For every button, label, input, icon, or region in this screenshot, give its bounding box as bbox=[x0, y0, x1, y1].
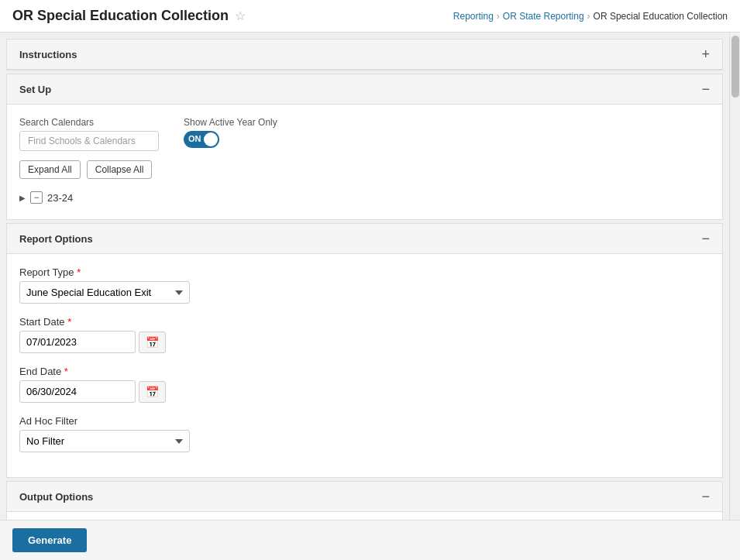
breadcrumb-current: OR Special Education Collection bbox=[594, 11, 728, 22]
setup-toggle[interactable]: − bbox=[701, 82, 710, 96]
tree-item-2324[interactable]: ▶ − 23-24 bbox=[19, 188, 710, 207]
search-calendars-group: Search Calendars bbox=[19, 117, 159, 151]
page-title: OR Special Education Collection bbox=[12, 8, 229, 24]
adhoc-filter-select[interactable]: No Filter bbox=[19, 430, 190, 452]
setup-title: Set Up bbox=[19, 84, 51, 95]
breadcrumb: Reporting › OR State Reporting › OR Spec… bbox=[453, 11, 728, 22]
active-year-toggle[interactable]: ON bbox=[184, 131, 219, 148]
report-type-select[interactable]: June Special Education Exit bbox=[19, 281, 190, 304]
end-date-field: End Date * 📅 bbox=[19, 366, 710, 403]
expand-all-button[interactable]: Expand All bbox=[19, 160, 81, 179]
expand-collapse-row: Expand All Collapse All bbox=[19, 160, 710, 179]
scrollbar-thumb[interactable] bbox=[731, 36, 739, 98]
output-options-body: Report Processing Generate Now Format Ty… bbox=[7, 512, 722, 520]
instructions-title: Instructions bbox=[19, 49, 77, 60]
start-date-input[interactable] bbox=[19, 331, 136, 353]
active-year-label: Show Active Year Only bbox=[184, 117, 277, 128]
instructions-section: Instructions + bbox=[6, 39, 723, 70]
tree-arrow-icon: ▶ bbox=[19, 194, 26, 202]
active-year-toggle-group: Show Active Year Only ON bbox=[184, 117, 277, 148]
generate-button[interactable]: Generate bbox=[12, 528, 87, 552]
end-date-wrapper: 📅 bbox=[19, 380, 710, 403]
instructions-toggle[interactable]: + bbox=[701, 47, 710, 61]
end-date-required: * bbox=[61, 366, 68, 377]
instructions-header[interactable]: Instructions + bbox=[7, 40, 722, 70]
report-type-required: * bbox=[74, 266, 81, 278]
output-options-toggle[interactable]: − bbox=[701, 490, 710, 503]
tree-folder-icon: − bbox=[30, 191, 43, 204]
breadcrumb-reporting[interactable]: Reporting bbox=[453, 11, 494, 22]
tree-item-label: 23-24 bbox=[47, 192, 73, 204]
report-type-field: Report Type * June Special Education Exi… bbox=[19, 266, 710, 304]
setup-header[interactable]: Set Up − bbox=[7, 74, 722, 105]
report-type-label: Report Type * bbox=[19, 266, 710, 278]
start-date-calendar-button[interactable]: 📅 bbox=[139, 332, 166, 353]
output-options-section: Output Options − Report Processing Gener… bbox=[6, 481, 723, 520]
search-calendars-label: Search Calendars bbox=[19, 117, 159, 128]
breadcrumb-or-state-reporting[interactable]: OR State Reporting bbox=[503, 11, 584, 22]
report-options-toggle[interactable]: − bbox=[701, 232, 710, 246]
favorite-icon[interactable]: ☆ bbox=[235, 9, 246, 23]
scrollbar-track[interactable] bbox=[729, 33, 740, 520]
start-date-required: * bbox=[65, 316, 72, 328]
start-date-field: Start Date * 📅 bbox=[19, 316, 710, 353]
setup-section: Set Up − Search Calendars Show Active Ye… bbox=[6, 74, 723, 220]
report-options-section: Report Options − Report Type * June Spec… bbox=[6, 223, 723, 478]
footer: Generate bbox=[0, 520, 740, 560]
report-options-title: Report Options bbox=[19, 233, 93, 245]
end-date-input[interactable] bbox=[19, 380, 136, 403]
collapse-all-button[interactable]: Collapse All bbox=[87, 160, 153, 179]
start-date-label: Start Date * bbox=[19, 316, 710, 328]
adhoc-filter-label: Ad Hoc Filter bbox=[19, 415, 710, 427]
end-date-label: End Date * bbox=[19, 366, 710, 377]
output-options-header[interactable]: Output Options − bbox=[7, 482, 722, 512]
report-options-header[interactable]: Report Options − bbox=[7, 224, 722, 254]
setup-body: Search Calendars Show Active Year Only O… bbox=[7, 105, 722, 219]
start-date-wrapper: 📅 bbox=[19, 331, 710, 353]
breadcrumb-sep-2: › bbox=[587, 11, 590, 22]
header: OR Special Education Collection ☆ Report… bbox=[0, 0, 740, 33]
adhoc-filter-field: Ad Hoc Filter No Filter bbox=[19, 415, 710, 452]
search-calendars-input[interactable] bbox=[19, 131, 159, 151]
toggle-knob bbox=[204, 132, 218, 146]
end-date-calendar-button[interactable]: 📅 bbox=[139, 381, 166, 403]
report-options-body: Report Type * June Special Education Exi… bbox=[7, 254, 722, 477]
toggle-on-label: ON bbox=[188, 134, 201, 143]
breadcrumb-sep-1: › bbox=[497, 11, 500, 22]
output-options-title: Output Options bbox=[19, 491, 93, 503]
